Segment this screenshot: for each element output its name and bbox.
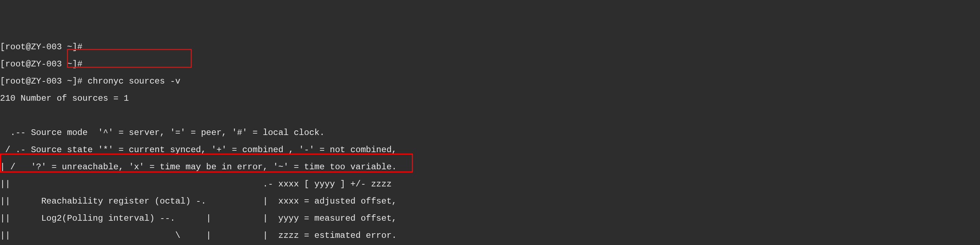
output-line: | / '?' = unreachable, 'x' = time may be… (0, 163, 980, 171)
output-line: 210 Number of sources = 1 (0, 94, 980, 103)
prompt-line: [root@ZY-003 ~]# (0, 60, 980, 69)
command-text: chronyc sources -v (88, 76, 180, 86)
output-line: || Reachability register (octal) -. | xx… (0, 197, 980, 206)
output-line: || \ | | zzzz = estimated error. (0, 231, 980, 240)
output-line (0, 111, 980, 120)
terminal[interactable]: [root@ZY-003 ~]# [root@ZY-003 ~]# [root@… (0, 34, 980, 245)
output-line: .-- Source mode '^' = server, '=' = peer… (0, 128, 980, 137)
command-line: [root@ZY-003 ~]# chronyc sources -v (0, 77, 980, 86)
output-line: || Log2(Polling interval) --. | | yyyy =… (0, 214, 980, 223)
output-line: / .- Source state '*' = current synced, … (0, 146, 980, 154)
prompt-line: [root@ZY-003 ~]# (0, 43, 980, 51)
prompt: [root@ZY-003 ~]# (0, 76, 88, 86)
output-line: || .- xxxx [ yyyy ] +/- zzzz (0, 180, 980, 188)
